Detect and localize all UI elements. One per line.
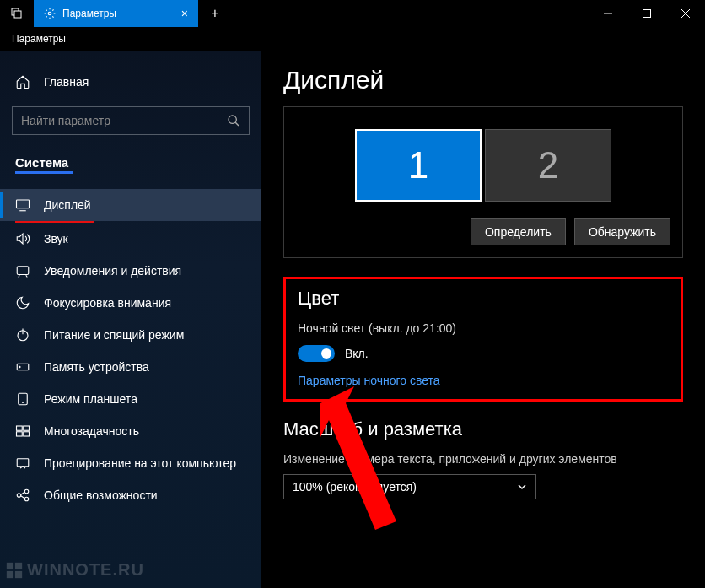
annotation-highlight: Цвет Ночной свет (выкл. до 21:00) Вкл. П… (283, 277, 683, 402)
sidebar-item-projecting[interactable]: Проецирование на этот компьютер (0, 447, 261, 479)
svg-point-2 (48, 12, 51, 15)
notifications-icon (15, 263, 30, 278)
sidebar-item-label: Главная (44, 75, 89, 89)
svg-rect-32 (7, 570, 13, 577)
color-heading: Цвет (298, 288, 669, 310)
titlebar: Параметры × + (0, 0, 705, 27)
toggle-state-label: Вкл. (345, 347, 369, 360)
sidebar-item-power[interactable]: Питание и спящий режим (0, 319, 261, 351)
sidebar-item-label: Дисплей (44, 198, 91, 212)
toggle-thumb (321, 348, 331, 359)
night-light-toggle[interactable]: Вкл. (298, 345, 669, 362)
svg-marker-11 (17, 234, 23, 244)
close-tab-icon[interactable]: × (181, 7, 188, 20)
sound-icon (15, 231, 30, 246)
sidebar-item-notifications[interactable]: Уведомления и действия (0, 255, 261, 287)
svg-rect-30 (7, 562, 13, 569)
sidebar-item-multitasking[interactable]: Многозадачность (0, 415, 261, 447)
home-icon (15, 74, 30, 89)
window-controls (589, 0, 705, 27)
moon-icon (15, 295, 30, 310)
sidebar-item-label: Проецирование на этот компьютер (44, 456, 236, 470)
maximize-button[interactable] (627, 0, 666, 27)
watermark: WINNOTE.RU (5, 560, 144, 580)
svg-rect-22 (24, 432, 30, 436)
breadcrumb: Параметры (0, 27, 705, 51)
storage-icon (15, 359, 30, 375)
svg-rect-4 (643, 10, 651, 18)
display-arrangement: 1 2 Определить Обнаружить (283, 106, 683, 258)
svg-rect-12 (17, 267, 29, 275)
night-light-settings-link[interactable]: Параметры ночного света (298, 374, 669, 387)
chevron-down-icon (517, 482, 527, 492)
svg-point-25 (24, 489, 29, 494)
night-light-label: Ночной свет (выкл. до 21:00) (298, 321, 669, 335)
svg-line-8 (235, 122, 239, 126)
sidebar-item-display[interactable]: Дисплей (0, 189, 261, 221)
content-pane: Дисплей 1 2 Определить Обнаружить Цвет Н… (261, 51, 705, 588)
svg-rect-21 (17, 432, 23, 436)
multitask-icon (15, 423, 30, 439)
search-placeholder: Найти параметр (21, 114, 227, 127)
sidebar-item-sound[interactable]: Звук (0, 223, 261, 255)
svg-line-28 (21, 496, 25, 499)
close-button[interactable] (666, 0, 705, 27)
scale-heading: Масштаб и разметка (283, 418, 683, 440)
sidebar-item-label: Фокусировка внимания (44, 296, 171, 310)
new-tab-button[interactable]: + (198, 0, 232, 27)
svg-line-27 (21, 492, 25, 494)
annotation-underline (15, 171, 73, 174)
svg-rect-9 (17, 200, 30, 208)
svg-rect-19 (17, 426, 23, 430)
dropdown-value: 100% (рекомендуется) (293, 480, 417, 494)
svg-rect-1 (14, 11, 21, 18)
sidebar-item-label: Питание и спящий режим (44, 328, 184, 342)
scale-description: Изменение размера текста, приложений и д… (283, 452, 683, 466)
power-icon (15, 327, 30, 343)
tablet-icon (15, 391, 30, 407)
identify-button[interactable]: Определить (471, 218, 566, 245)
sidebar-item-home[interactable]: Главная (0, 66, 261, 98)
toggle-track (298, 345, 335, 362)
sidebar-section-title: Система (0, 150, 261, 181)
sidebar-item-label: Память устройства (44, 360, 149, 374)
search-icon (227, 114, 240, 127)
monitor-2[interactable]: 2 (485, 129, 611, 202)
tab-label: Параметры (62, 8, 116, 19)
sidebar-item-focus[interactable]: Фокусировка внимания (0, 287, 261, 319)
svg-point-16 (19, 366, 21, 368)
sidebar-item-label: Звук (44, 232, 68, 245)
sidebar: Главная Найти параметр Система Дисплей З… (0, 51, 261, 588)
sidebar-item-label: Общие возможности (44, 488, 158, 502)
sidebar-item-label: Многозадачность (44, 424, 139, 438)
gear-icon (44, 8, 56, 19)
sidebar-item-label: Уведомления и действия (44, 264, 181, 278)
minimize-button[interactable] (589, 0, 627, 27)
svg-point-26 (24, 497, 29, 501)
sidebar-item-storage[interactable]: Память устройства (0, 351, 261, 383)
svg-point-7 (229, 116, 236, 123)
project-icon (15, 456, 30, 471)
tab-list-icon[interactable] (0, 0, 34, 27)
tab-settings[interactable]: Параметры × (34, 0, 198, 27)
page-title: Дисплей (283, 66, 683, 94)
search-input[interactable]: Найти параметр (12, 106, 250, 135)
monitor-1[interactable]: 1 (355, 129, 482, 202)
svg-rect-33 (15, 570, 22, 577)
detect-button[interactable]: Обнаружить (574, 218, 670, 245)
scale-dropdown[interactable]: 100% (рекомендуется) (283, 474, 536, 499)
sidebar-item-tablet[interactable]: Режим планшета (0, 383, 261, 415)
display-icon (15, 197, 30, 213)
svg-point-24 (17, 494, 21, 498)
sidebar-item-shared[interactable]: Общие возможности (0, 479, 261, 511)
sidebar-item-label: Режим планшета (44, 392, 137, 406)
svg-rect-31 (15, 562, 22, 569)
svg-rect-23 (17, 459, 29, 467)
shared-icon (15, 488, 30, 503)
svg-rect-20 (24, 426, 30, 430)
